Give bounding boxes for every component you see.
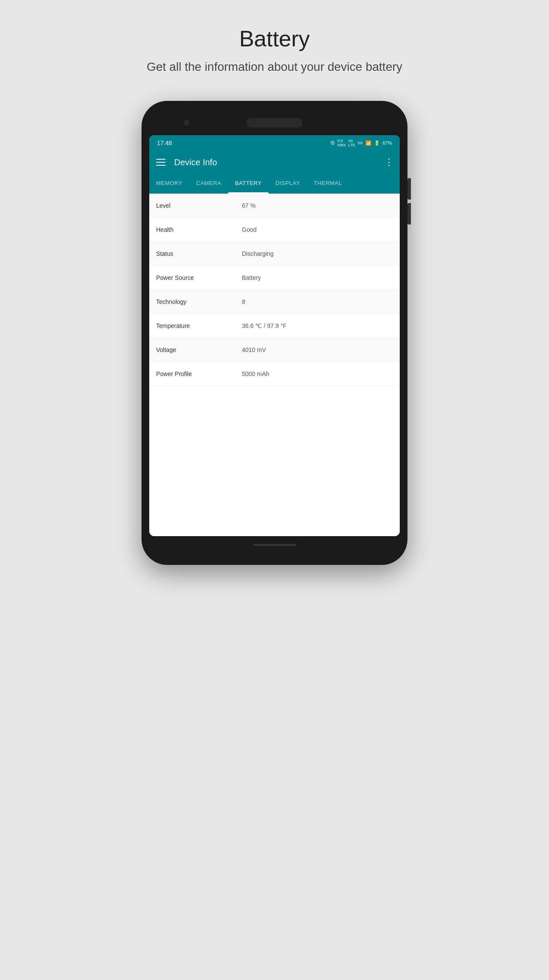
tab-battery[interactable]: BATTERY (228, 174, 268, 194)
page-subtitle: Get all the information about your devic… (147, 58, 402, 75)
row-value: Good (242, 226, 393, 233)
home-indicator (253, 544, 296, 546)
app-bar: Device Info ⋮ (149, 151, 400, 174)
status-time: 17:48 (157, 140, 172, 146)
table-row: HealthGood (149, 218, 400, 242)
table-row: Technology8 (149, 290, 400, 314)
hamburger-line-1 (156, 159, 166, 160)
row-label: Health (156, 226, 242, 233)
battery-info-content: Level67 %HealthGoodStatusDischargingPowe… (149, 194, 400, 386)
battery-icon: 🔋 (374, 140, 380, 146)
more-options-button[interactable]: ⋮ (384, 157, 393, 168)
table-row: StatusDischarging (149, 242, 400, 266)
tab-memory[interactable]: MEMORY (149, 174, 189, 194)
battery-percent: 67% (383, 140, 392, 146)
speaker-grille (247, 118, 302, 127)
tabs-bar: MEMORY CAMERA BATTERY DISPLAY THERMAL (149, 174, 400, 194)
tab-camera[interactable]: CAMERA (189, 174, 228, 194)
row-value: 4010 mV (242, 346, 393, 353)
phone-top-area (149, 114, 400, 135)
table-row: Power SourceBattery (149, 266, 400, 290)
table-row: Temperature36.6 ℃ / 97.9 °F (149, 314, 400, 338)
tab-display[interactable]: DISPLAY (268, 174, 307, 194)
row-label: Voltage (156, 346, 242, 353)
row-label: Status (156, 250, 242, 257)
row-label: Power Profile (156, 370, 242, 377)
table-row: Power Profile5000 mAh (149, 362, 400, 386)
volte-icon: VoLTE (348, 139, 355, 147)
row-label: Power Source (156, 274, 242, 281)
bluetooth-icon: ⦿ (330, 140, 335, 146)
phone-bottom-area (149, 536, 400, 548)
network-icon: 5G (358, 141, 363, 145)
phone-screen: 17:48 ⦿ 0.0KB/s VoLTE 5G 📶 🔋 67% Device … (149, 135, 400, 536)
signal-icon: 📶 (365, 140, 371, 146)
page-title: Battery (239, 26, 310, 52)
hamburger-line-3 (156, 165, 166, 166)
hamburger-line-2 (156, 162, 166, 163)
row-value: Discharging (242, 250, 393, 257)
front-camera (184, 120, 190, 126)
row-value: 8 (242, 298, 393, 305)
volume-up-button (407, 178, 411, 200)
row-label: Technology (156, 298, 242, 305)
table-row: Level67 % (149, 194, 400, 218)
tab-thermal[interactable]: THERMAL (307, 174, 349, 194)
table-row: Voltage4010 mV (149, 338, 400, 362)
app-bar-title: Device Info (174, 158, 376, 167)
volume-buttons (407, 178, 411, 225)
status-bar: 17:48 ⦿ 0.0KB/s VoLTE 5G 📶 🔋 67% (149, 135, 400, 151)
row-label: Temperature (156, 322, 242, 329)
content-empty-space (149, 386, 400, 536)
data-speed: 0.0KB/s (338, 139, 346, 147)
row-value: Battery (242, 274, 393, 281)
row-label: Level (156, 202, 242, 209)
hamburger-menu-button[interactable] (156, 159, 166, 166)
row-value: 5000 mAh (242, 370, 393, 377)
phone-mockup: 17:48 ⦿ 0.0KB/s VoLTE 5G 📶 🔋 67% Device … (142, 101, 407, 565)
row-value: 36.6 ℃ / 97.9 °F (242, 322, 393, 329)
row-value: 67 % (242, 202, 393, 209)
status-icons: ⦿ 0.0KB/s VoLTE 5G 📶 🔋 67% (330, 139, 392, 147)
volume-down-button (407, 203, 411, 225)
